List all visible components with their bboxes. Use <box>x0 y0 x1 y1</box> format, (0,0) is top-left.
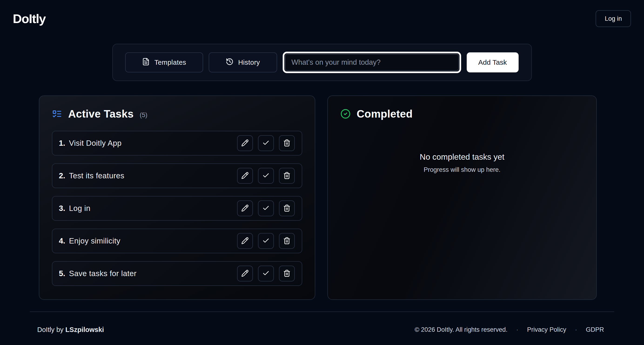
templates-button[interactable]: Templates <box>125 52 203 72</box>
task-row: 4. Enjoy similicity <box>52 229 302 253</box>
footer-credit: DoItly by LSzpilowski <box>37 326 104 333</box>
check-icon <box>262 237 270 245</box>
privacy-policy-link[interactable]: Privacy Policy <box>527 326 566 333</box>
add-task-button[interactable]: Add Task <box>467 52 518 72</box>
new-task-input-inner <box>285 54 459 71</box>
edit-task-button[interactable] <box>237 233 253 249</box>
task-row: 1. Visit Doitly App <box>52 131 302 156</box>
complete-task-button[interactable] <box>258 233 274 249</box>
complete-task-button[interactable] <box>258 135 274 151</box>
history-button-label: History <box>238 59 260 66</box>
completed-panel: Completed No completed tasks yet Progres… <box>327 96 597 300</box>
footer-legal: © 2026 DoItly. All rights reserved. · Pr… <box>414 326 604 333</box>
task-title: Visit Doitly App <box>69 139 237 148</box>
main-content: Active Tasks (5) 1. Visit Doitly App <box>39 96 597 300</box>
task-number: 1. <box>59 139 66 148</box>
app-logo[interactable]: DoItly <box>13 12 46 26</box>
task-number: 3. <box>59 204 66 213</box>
toolbar-wrap: Templates History Add Task <box>0 44 644 81</box>
templates-button-label: Templates <box>154 59 186 66</box>
delete-task-button[interactable] <box>279 168 295 184</box>
new-task-input[interactable] <box>292 58 452 67</box>
active-tasks-title: Active Tasks <box>68 108 134 120</box>
trash-icon <box>283 237 290 245</box>
check-icon <box>262 270 270 278</box>
footer: DoItly by LSzpilowski © 2026 DoItly. All… <box>0 312 644 333</box>
completed-title: Completed <box>357 108 412 120</box>
edit-task-button[interactable] <box>237 135 253 151</box>
pencil-icon <box>241 237 249 245</box>
login-button[interactable]: Log in <box>596 10 631 27</box>
edit-task-button[interactable] <box>237 266 253 281</box>
completed-header: Completed <box>340 108 584 120</box>
pencil-icon <box>241 172 249 180</box>
footer-copyright: © 2026 DoItly. All rights reserved. <box>414 326 508 333</box>
delete-task-button[interactable] <box>279 135 295 151</box>
trash-icon <box>283 270 290 278</box>
task-actions <box>237 200 295 216</box>
completed-empty-state: No completed tasks yet Progress will sho… <box>340 152 584 173</box>
footer-separator: · <box>516 326 518 333</box>
check-icon <box>262 172 270 180</box>
check-icon <box>262 139 270 147</box>
complete-task-button[interactable] <box>258 168 274 184</box>
task-title: Log in <box>69 204 237 213</box>
complete-task-button[interactable] <box>258 266 274 281</box>
login-button-label: Log in <box>605 15 622 22</box>
footer-credit-author: LSzpilowski <box>66 326 104 333</box>
list-todo-icon <box>52 109 62 119</box>
active-tasks-count: (5) <box>140 112 147 119</box>
gdpr-link[interactable]: GDPR <box>586 326 604 333</box>
empty-state-title: No completed tasks yet <box>340 152 584 162</box>
edit-task-button[interactable] <box>237 168 253 184</box>
history-icon <box>226 58 234 67</box>
active-tasks-header: Active Tasks (5) <box>52 108 302 120</box>
task-actions <box>237 266 295 281</box>
empty-state-subtitle: Progress will show up here. <box>340 166 584 173</box>
active-tasks-panel: Active Tasks (5) 1. Visit Doitly App <box>39 96 315 300</box>
pencil-icon <box>241 204 249 213</box>
delete-task-button[interactable] <box>279 266 295 281</box>
task-actions <box>237 168 295 184</box>
task-number: 4. <box>59 236 66 245</box>
footer-credit-prefix: DoItly by <box>37 326 66 333</box>
task-number: 2. <box>59 171 66 180</box>
new-task-input-ring <box>283 52 461 73</box>
check-icon <box>262 204 270 213</box>
task-title: Save tasks for later <box>69 269 237 278</box>
task-actions <box>237 135 295 151</box>
delete-task-button[interactable] <box>279 233 295 249</box>
pencil-icon <box>241 139 249 147</box>
add-task-button-label: Add Task <box>478 59 507 66</box>
task-title: Test its features <box>69 171 237 180</box>
check-circle-icon <box>340 109 350 119</box>
file-text-icon <box>142 58 150 67</box>
toolbar: Templates History Add Task <box>112 44 532 81</box>
task-actions <box>237 233 295 249</box>
trash-icon <box>283 139 290 147</box>
task-title: Enjoy similicity <box>69 236 237 245</box>
complete-task-button[interactable] <box>258 200 274 216</box>
trash-icon <box>283 204 290 213</box>
task-row: 2. Test its features <box>52 163 302 188</box>
pencil-icon <box>241 270 249 278</box>
task-number: 5. <box>59 269 66 278</box>
task-list: 1. Visit Doitly App <box>52 131 302 286</box>
delete-task-button[interactable] <box>279 200 295 216</box>
header: DoItly Log in <box>0 0 644 28</box>
trash-icon <box>283 172 290 180</box>
task-row: 5. Save tasks for later <box>52 261 302 286</box>
history-button[interactable]: History <box>209 52 277 72</box>
task-row: 3. Log in <box>52 196 302 221</box>
footer-separator: · <box>575 326 577 333</box>
edit-task-button[interactable] <box>237 200 253 216</box>
